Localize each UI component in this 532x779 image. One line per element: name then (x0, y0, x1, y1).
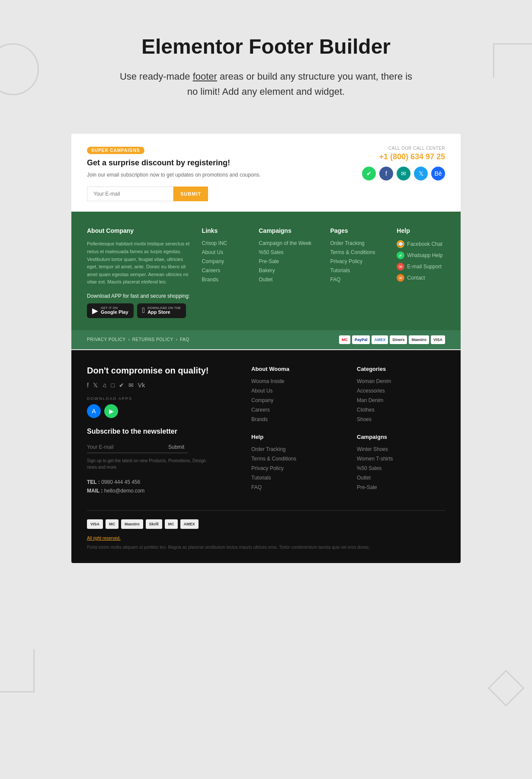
link-crisop[interactable]: Crisop INC (202, 240, 250, 246)
campaign-week[interactable]: Campaign of the Week (259, 240, 321, 246)
f2-tiktok-icon[interactable]: ♫ (102, 382, 107, 389)
f2-facebook-icon[interactable]: f (87, 382, 89, 389)
f2-amex2-icon: AMEX (180, 519, 199, 529)
whatsapp-icon[interactable]: ✔ (362, 167, 376, 180)
page-order-tracking[interactable]: Order Tracking (330, 240, 388, 246)
page-privacy[interactable]: Privacy Policy (330, 258, 388, 264)
cat-shoes[interactable]: Shoes (357, 416, 445, 422)
campaigns-col-title: Campaigns (259, 227, 321, 234)
mail-contact: MAIL : hello@demo.com (87, 488, 234, 494)
email-form: SUBMIT (87, 187, 261, 201)
sep2: › (176, 337, 177, 342)
facebook-icon[interactable]: f (379, 167, 393, 180)
wooma-inside-link[interactable]: Wooma Inside (251, 378, 340, 384)
call-center-label: CALL OUR CALL CENTER (362, 146, 445, 151)
help-facebook-chat[interactable]: 💬 Facebook Chat (397, 240, 445, 248)
email-input[interactable] (87, 187, 173, 201)
help-privacy-link[interactable]: Privacy Policy (251, 465, 340, 471)
footer1-green-section: About Company Pellentesque habitant morb… (71, 212, 461, 330)
social-icons-row: ✔ f ✉ 𝕏 Bē (362, 167, 445, 180)
sep1: › (128, 337, 129, 342)
cat-man-denim[interactable]: Man Denim (357, 397, 445, 403)
download-apps-label: DOWNLOAD APPS (87, 396, 234, 401)
footer2-brand-title: Don't compromise on quality! (87, 366, 234, 376)
help-faq-link[interactable]: FAQ (251, 484, 340, 490)
email-support-label: E-mail Support (407, 264, 441, 270)
campaign-outlet[interactable]: Outlet (259, 277, 321, 283)
campaign-bakery[interactable]: Bakery (259, 267, 321, 274)
camp-winter-shoes[interactable]: Winter Shoes (357, 446, 445, 452)
page-title: Elementor Footer Builder (9, 35, 523, 58)
faq-link[interactable]: FAQ (180, 337, 189, 342)
page-tutorials[interactable]: Tutorials (330, 267, 388, 274)
f2-whatsapp-icon[interactable]: ✔ (119, 382, 124, 389)
maestro-icon: Maestro (409, 335, 429, 344)
app-buttons-row: ▶ GET IT ON Google Play  DOWNLOAD ON TH… (87, 303, 193, 318)
google-play-button[interactable]: ▶ GET IT ON Google Play (87, 303, 134, 318)
campaigns-col2-title: Campaigns (357, 434, 445, 440)
cat-woman-denim[interactable]: Woman Denim (357, 378, 445, 384)
apple-icon:  (142, 306, 145, 315)
phone-number: +1 (800) 634 97 25 (362, 152, 445, 161)
page-faq[interactable]: FAQ (330, 277, 388, 283)
facebook-chat-icon: 💬 (397, 240, 404, 248)
super-campaigns-badge: SUPER CAMPAIGNS (87, 147, 144, 154)
footer2-about-categories-col: About Wooma Wooma Inside About Us Compan… (251, 366, 340, 496)
f2-payment-row: VISA MC Maestro Skrill MC AMEX (87, 519, 370, 529)
cat-clothes[interactable]: Clothes (357, 407, 445, 413)
copyright-link[interactable]: All right reserved. (87, 536, 370, 541)
footer2-cats-campaigns-col: Categories Woman Denim Accessories Man D… (357, 366, 445, 496)
app-store-button[interactable]:  DOWNLOAD ON THE App Store (137, 303, 186, 318)
f2-messenger-icon[interactable]: ✉ (128, 382, 134, 389)
camp-presale[interactable]: Pre-Sale (357, 484, 445, 490)
submit-button[interactable]: SUBMIT (173, 187, 208, 201)
help-whatsapp[interactable]: ✔ Whatsapp Help (397, 251, 445, 259)
f2-google-play-icon[interactable]: ▶ (104, 404, 118, 418)
mastercard-icon: MC (339, 335, 350, 344)
cat-accessories[interactable]: Accessories (357, 388, 445, 394)
link-company[interactable]: Company (202, 258, 250, 264)
about-company-title: About Company (87, 227, 193, 234)
page-terms[interactable]: Terms & Conditions (330, 249, 388, 255)
behance-icon[interactable]: Bē (431, 167, 445, 180)
link-about-us[interactable]: About Us (202, 249, 250, 255)
f2-twitter-icon[interactable]: 𝕏 (93, 382, 98, 389)
subtitle-post: areas or build any structure you want, t… (187, 71, 412, 97)
wooma-careers-link[interactable]: Careers (251, 407, 340, 413)
f2-apple-store-icon[interactable]: A (87, 404, 101, 418)
camp-outlet[interactable]: Outlet (357, 475, 445, 481)
wooma-brands-link[interactable]: Brands (251, 416, 340, 422)
wooma-company-link[interactable]: Company (251, 397, 340, 403)
about-wooma-title: About Wooma (251, 366, 340, 372)
f2-instagram-icon[interactable]: □ (111, 382, 114, 389)
wooma-about-link[interactable]: About Us (251, 388, 340, 394)
messenger-icon[interactable]: ✉ (397, 167, 410, 180)
campaign-presale[interactable]: Pre-Sale (259, 258, 321, 264)
camp-50sales[interactable]: %50 Sales (357, 465, 445, 471)
help-order-tracking-link[interactable]: Order Tracking (251, 446, 340, 452)
amex-icon: AMEX (372, 335, 388, 344)
help-tutorials-link[interactable]: Tutorials (251, 475, 340, 481)
subtitle-link: footer (193, 71, 217, 82)
visa-icon: VISA (431, 335, 445, 344)
f2-email-input[interactable] (87, 441, 165, 453)
pages-col-title: Pages (330, 227, 388, 234)
privacy-policy-link[interactable]: PRIVACY POLICY (87, 337, 125, 342)
campaigns-col: Campaigns Campaign of the Week %50 Sales… (259, 227, 321, 318)
footer2-bottom-row: VISA MC Maestro Skrill MC AMEX All right… (87, 510, 445, 551)
f2-vk-icon[interactable]: Vk (138, 382, 145, 389)
link-careers[interactable]: Careers (202, 267, 250, 274)
f2-submit-button[interactable]: Submit (165, 441, 188, 453)
help-contact[interactable]: ✉ Contact (397, 274, 445, 282)
twitter-icon[interactable]: 𝕏 (414, 167, 428, 180)
subtitle-pre: Use ready-made (120, 71, 193, 82)
help-terms-link[interactable]: Terms & Conditions (251, 456, 340, 462)
categories-col-title: Categories (357, 366, 445, 372)
camp-women-tshirts[interactable]: Women T-shirts (357, 456, 445, 462)
help-email-support[interactable]: ✉ E-mail Support (397, 263, 445, 270)
campaign-50sales[interactable]: %50 Sales (259, 249, 321, 255)
returns-policy-link[interactable]: RETURNS POLICY (132, 337, 173, 342)
facebook-chat-label: Facebook Chat (407, 241, 442, 247)
deco-diamond (488, 670, 525, 707)
link-brands[interactable]: Brands (202, 277, 250, 283)
